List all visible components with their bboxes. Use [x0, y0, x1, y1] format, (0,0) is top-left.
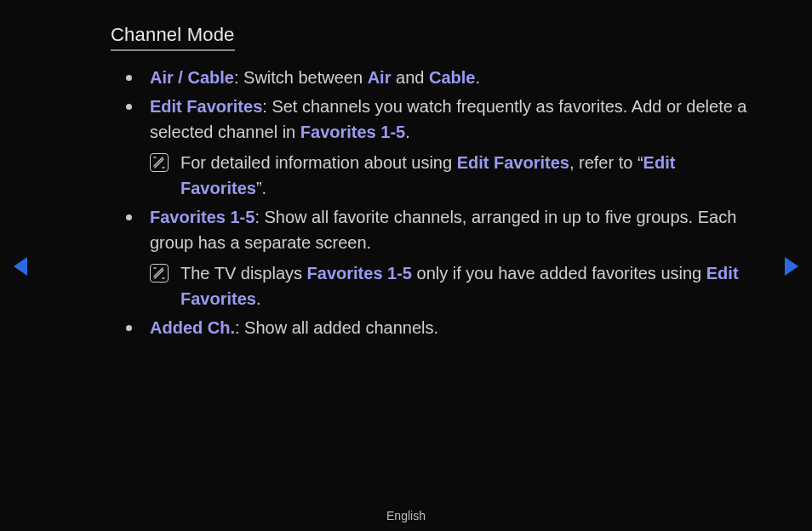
nav-prev-icon[interactable]	[14, 257, 27, 276]
note-text: The TV displays Favorites 1-5 only if yo…	[180, 260, 761, 311]
note-segment: The TV displays	[180, 264, 307, 283]
item-label: Air / Cable	[150, 68, 234, 87]
nav-next-icon[interactable]	[785, 257, 798, 276]
note-segment: For detailed information about using	[180, 153, 457, 172]
item-label: Edit Favorites	[150, 97, 262, 116]
page-title: Channel Mode	[111, 24, 235, 51]
term: Favorites 1-5	[300, 123, 405, 141]
term: Cable	[429, 68, 475, 87]
item-text: .	[405, 123, 410, 141]
list-item: Edit Favorites: Set channels you watch f…	[126, 94, 761, 201]
note-text: For detailed information about using Edi…	[180, 150, 761, 201]
item-label: Favorites 1-5	[150, 208, 254, 226]
term: Edit Favorites	[457, 153, 569, 172]
feature-list: Air / Cable: Switch between Air and Cabl…	[111, 65, 761, 340]
item-text: : Show all added channels.	[235, 318, 438, 337]
manual-page: Channel Mode Air / Cable: Switch between…	[0, 0, 812, 531]
item-text: : Switch between	[234, 68, 368, 87]
note-segment: ”.	[256, 179, 266, 197]
note-segment: .	[256, 289, 261, 308]
term: Air	[368, 68, 392, 87]
note-segment: only if you have added favorites using	[412, 264, 706, 283]
footer-language: English	[0, 509, 812, 522]
list-item: Favorites 1-5: Show all favorite channel…	[126, 204, 761, 311]
list-item: Air / Cable: Switch between Air and Cabl…	[126, 65, 761, 90]
item-label: Added Ch.	[150, 318, 235, 337]
note-row: The TV displays Favorites 1-5 only if yo…	[150, 260, 761, 311]
note-segment: , refer to “	[569, 153, 643, 172]
term: Favorites 1-5	[307, 264, 412, 283]
note-icon	[150, 264, 169, 283]
item-text: .	[475, 68, 480, 87]
note-row: For detailed information about using Edi…	[150, 150, 761, 201]
list-item: Added Ch.: Show all added channels.	[126, 315, 761, 340]
item-text: and	[391, 68, 428, 87]
note-icon	[150, 153, 169, 172]
